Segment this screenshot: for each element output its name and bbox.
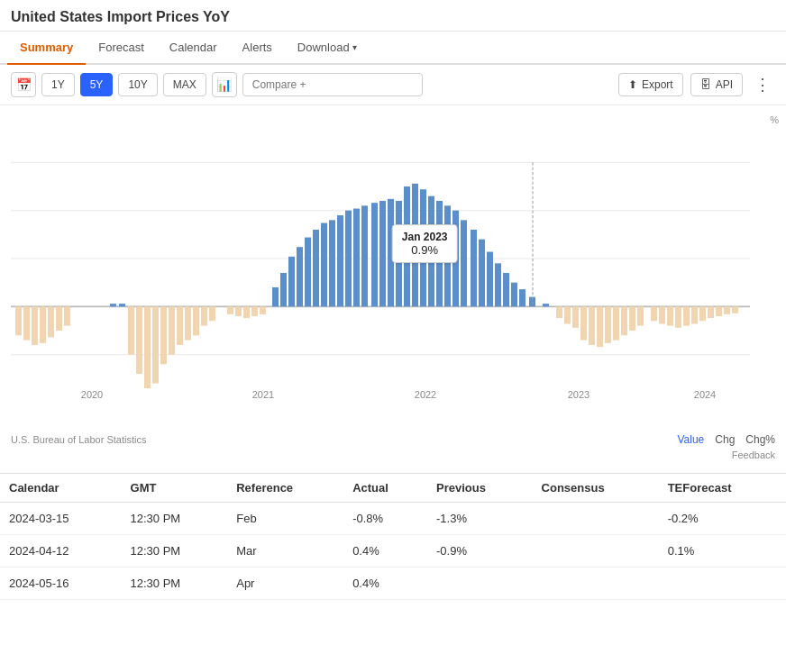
toolbar: 📅 1Y 5Y 10Y MAX 📊 ⬆ Export 🗄 API ⋮ bbox=[0, 65, 786, 105]
period-max-button[interactable]: MAX bbox=[163, 73, 206, 96]
chart-container: 12 8 4 0 -4 -8 2020 2021 2022 2023 2024 bbox=[11, 114, 750, 403]
cell-consensus bbox=[533, 503, 659, 535]
svg-rect-26 bbox=[128, 306, 134, 354]
table-header: Calendar GMT Reference Actual Previous C… bbox=[0, 474, 786, 503]
svg-rect-34 bbox=[193, 306, 199, 335]
cell-reference: Feb bbox=[227, 503, 343, 535]
svg-rect-37 bbox=[227, 306, 233, 314]
svg-rect-27 bbox=[136, 306, 142, 374]
col-consensus: Consensus bbox=[533, 474, 659, 503]
svg-rect-69 bbox=[495, 263, 501, 306]
feedback-label[interactable]: Feedback bbox=[732, 450, 775, 460]
svg-rect-39 bbox=[243, 306, 250, 318]
svg-rect-36 bbox=[209, 306, 215, 321]
svg-rect-19 bbox=[32, 306, 38, 345]
table-row[interactable]: 2024-05-16 12:30 PM Apr 0.4% bbox=[0, 568, 786, 600]
cell-teforecast: -0.2% bbox=[659, 503, 786, 535]
calendar-icon[interactable]: 📅 bbox=[11, 72, 36, 97]
svg-rect-46 bbox=[305, 238, 311, 307]
svg-rect-51 bbox=[345, 211, 352, 307]
tooltip-date: Jan 2023 bbox=[402, 231, 448, 243]
svg-rect-50 bbox=[337, 215, 343, 306]
chevron-down-icon: ▾ bbox=[352, 42, 357, 52]
chart-legend: Value Chg Chg% bbox=[677, 433, 775, 446]
svg-text:2023: 2023 bbox=[568, 388, 590, 399]
svg-rect-23 bbox=[64, 306, 70, 325]
svg-rect-49 bbox=[329, 220, 335, 306]
period-1y-button[interactable]: 1Y bbox=[41, 73, 75, 96]
col-reference: Reference bbox=[227, 474, 343, 503]
chart-source-row: U.S. Bureau of Labor Statistics Value Ch… bbox=[0, 430, 786, 446]
cell-actual: 0.4% bbox=[343, 535, 427, 568]
period-10y-button[interactable]: 10Y bbox=[118, 73, 157, 96]
svg-rect-88 bbox=[667, 306, 673, 325]
svg-rect-32 bbox=[177, 306, 183, 345]
svg-rect-74 bbox=[543, 304, 549, 306]
svg-text:2024: 2024 bbox=[694, 388, 716, 399]
svg-text:2020: 2020 bbox=[81, 388, 103, 399]
svg-rect-75 bbox=[556, 306, 562, 318]
svg-rect-95 bbox=[724, 306, 730, 314]
svg-rect-93 bbox=[708, 306, 714, 318]
svg-rect-70 bbox=[503, 273, 509, 306]
chart-area: % 12 8 4 0 -4 -8 2020 2021 2022 2023 202… bbox=[0, 105, 786, 430]
svg-rect-55 bbox=[379, 201, 386, 306]
chart-type-icon[interactable]: 📊 bbox=[212, 72, 237, 97]
export-icon: ⬆ bbox=[628, 78, 637, 91]
svg-rect-96 bbox=[732, 306, 738, 313]
svg-rect-94 bbox=[716, 306, 722, 316]
col-actual: Actual bbox=[343, 474, 427, 503]
svg-rect-80 bbox=[597, 306, 603, 347]
svg-rect-81 bbox=[605, 306, 611, 343]
svg-rect-67 bbox=[479, 240, 485, 307]
svg-rect-72 bbox=[519, 289, 526, 306]
svg-rect-47 bbox=[313, 230, 319, 306]
cell-reference: Apr bbox=[227, 568, 343, 600]
svg-rect-38 bbox=[235, 306, 242, 316]
svg-rect-77 bbox=[572, 306, 579, 327]
tab-alerts[interactable]: Alerts bbox=[230, 32, 285, 65]
svg-rect-86 bbox=[651, 306, 657, 321]
api-button[interactable]: 🗄 API bbox=[690, 73, 743, 96]
svg-rect-18 bbox=[23, 306, 30, 340]
svg-rect-35 bbox=[201, 306, 207, 325]
svg-rect-28 bbox=[144, 306, 151, 388]
table-row[interactable]: 2024-03-15 12:30 PM Feb -0.8% -1.3% -0.2… bbox=[0, 503, 786, 535]
cell-teforecast bbox=[659, 568, 786, 600]
svg-rect-90 bbox=[683, 306, 690, 325]
cell-previous: -0.9% bbox=[427, 535, 533, 568]
compare-input[interactable] bbox=[242, 73, 423, 96]
svg-rect-44 bbox=[288, 257, 295, 306]
page-title: United States Import Prices YoY bbox=[0, 0, 786, 32]
svg-rect-85 bbox=[637, 306, 644, 325]
svg-text:2022: 2022 bbox=[415, 388, 436, 399]
svg-rect-48 bbox=[321, 223, 327, 307]
y-axis-label: % bbox=[770, 114, 779, 125]
svg-rect-82 bbox=[613, 306, 619, 340]
svg-rect-71 bbox=[511, 283, 517, 307]
tab-download[interactable]: Download ▾ bbox=[285, 32, 370, 65]
cell-gmt: 12:30 PM bbox=[122, 503, 228, 535]
svg-rect-65 bbox=[461, 220, 467, 306]
legend-chg[interactable]: Chg bbox=[715, 433, 735, 446]
col-gmt: GMT bbox=[122, 474, 228, 503]
export-button[interactable]: ⬆ Export bbox=[618, 73, 683, 96]
period-5y-button[interactable]: 5Y bbox=[80, 73, 114, 96]
cell-teforecast: 0.1% bbox=[659, 535, 786, 568]
data-table: Calendar GMT Reference Actual Previous C… bbox=[0, 473, 786, 600]
table-row[interactable]: 2024-04-12 12:30 PM Mar 0.4% -0.9% 0.1% bbox=[0, 535, 786, 568]
tab-summary[interactable]: Summary bbox=[7, 32, 86, 65]
cell-calendar: 2024-04-12 bbox=[0, 535, 122, 568]
toolbar-right: ⬆ Export 🗄 API ⋮ bbox=[618, 72, 775, 97]
tab-forecast[interactable]: Forecast bbox=[86, 32, 157, 65]
svg-rect-53 bbox=[361, 205, 368, 306]
svg-rect-42 bbox=[272, 287, 279, 306]
svg-rect-40 bbox=[251, 306, 258, 316]
legend-chg-pct[interactable]: Chg% bbox=[745, 433, 775, 446]
svg-rect-21 bbox=[48, 306, 54, 337]
more-options-button[interactable]: ⋮ bbox=[750, 72, 775, 97]
legend-value[interactable]: Value bbox=[677, 433, 704, 446]
cell-actual: 0.4% bbox=[343, 568, 427, 600]
tab-calendar[interactable]: Calendar bbox=[157, 32, 230, 65]
cell-gmt: 12:30 PM bbox=[122, 568, 228, 600]
